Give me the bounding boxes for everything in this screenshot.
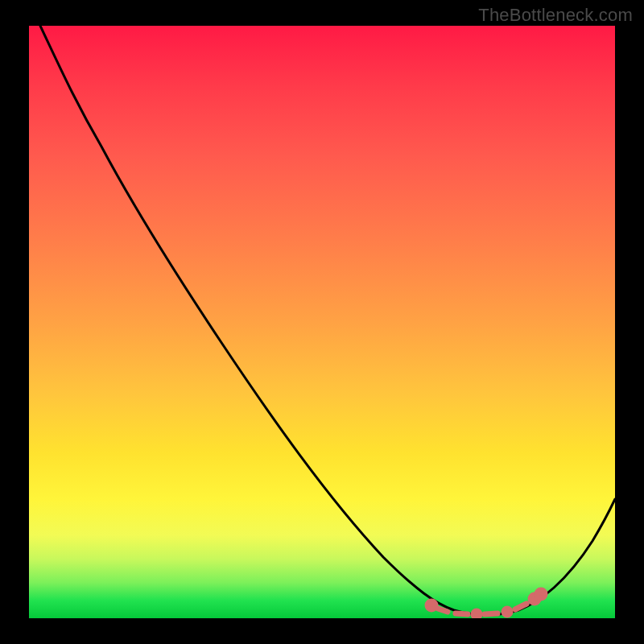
svg-line-4 [485, 613, 497, 614]
svg-point-5 [504, 609, 510, 615]
svg-line-2 [456, 613, 468, 614]
svg-point-3 [473, 611, 480, 617]
curve-path [40, 26, 615, 615]
svg-line-1 [438, 609, 448, 612]
svg-point-0 [427, 601, 436, 609]
watermark-text: TheBottleneck.com [478, 5, 633, 26]
minimum-marker-group [427, 590, 545, 617]
chart-container: TheBottleneck.com [0, 0, 644, 644]
plot-area [29, 26, 615, 618]
svg-point-8 [537, 590, 545, 598]
bottleneck-curve [29, 26, 615, 618]
